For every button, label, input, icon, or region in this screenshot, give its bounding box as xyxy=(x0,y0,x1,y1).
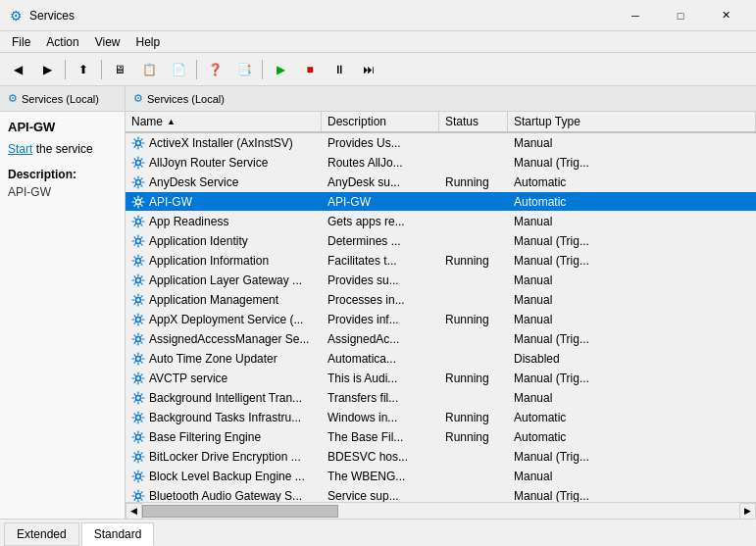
close-button[interactable]: ✕ xyxy=(703,0,748,31)
title-bar: ⚙ Services ─ □ ✕ xyxy=(0,0,756,31)
table-container: Name ▲ Description Status Startup Type A… xyxy=(126,112,756,519)
table-row[interactable]: Base Filtering EngineThe Base Fil...Runn… xyxy=(126,427,756,447)
table-body[interactable]: ActiveX Installer (AxInstSV)Provides Us.… xyxy=(126,133,756,502)
cell-name: App Readiness xyxy=(126,213,322,230)
toolbar-forward[interactable]: ▶ xyxy=(33,57,61,82)
svg-point-15 xyxy=(136,434,141,439)
table-row[interactable]: Background Tasks Infrastru...Windows in.… xyxy=(126,408,756,427)
toolbar-help[interactable]: ❓ xyxy=(201,57,228,82)
cell-startup: Manual (Trig... xyxy=(508,487,756,503)
svg-point-13 xyxy=(136,395,141,400)
cell-description: Provides Us... xyxy=(322,134,439,152)
column-description[interactable]: Description xyxy=(322,112,439,131)
table-row[interactable]: App ReadinessGets apps re...Manual xyxy=(126,212,756,231)
toolbar-export[interactable]: 📄 xyxy=(165,57,192,82)
svg-point-14 xyxy=(136,415,141,420)
row-gear-icon xyxy=(131,293,145,307)
cell-name-text: AllJoyn Router Service xyxy=(149,156,268,170)
toolbar-separator-2 xyxy=(101,60,102,79)
scroll-thumb[interactable] xyxy=(142,505,338,518)
sidebar-header-text: Services (Local) xyxy=(22,93,99,105)
svg-point-11 xyxy=(136,356,141,361)
scroll-track[interactable] xyxy=(142,503,739,519)
cell-name: Background Intelligent Tran... xyxy=(126,389,322,407)
cell-name: Application Identity xyxy=(126,232,322,250)
menu-action[interactable]: Action xyxy=(38,33,86,51)
horizontal-scrollbar[interactable]: ◀ ▶ xyxy=(126,502,756,519)
table-row[interactable]: AssignedAccessManager Se...AssignedAc...… xyxy=(126,329,756,349)
row-gear-icon xyxy=(131,254,145,268)
toolbar-up[interactable]: ⬆ xyxy=(70,57,97,82)
tab-extended[interactable]: Extended xyxy=(4,522,79,546)
sidebar-gear-icon: ⚙ xyxy=(8,92,18,105)
cell-name: Application Information xyxy=(126,252,322,270)
cell-description: The Base Fil... xyxy=(322,428,439,446)
services-panel-title: Services (Local) xyxy=(147,93,225,105)
svg-point-0 xyxy=(136,140,141,145)
sidebar-service-name: API-GW xyxy=(8,120,117,134)
bottom-tabs: Extended Standard xyxy=(0,519,756,546)
cell-startup: Manual (Trig... xyxy=(508,370,756,387)
sidebar-content: API-GW Start the service Description: AP… xyxy=(0,112,125,207)
svg-point-9 xyxy=(136,317,141,322)
table-header: Name ▲ Description Status Startup Type xyxy=(126,112,756,133)
app-icon: ⚙ xyxy=(8,8,24,24)
table-row[interactable]: AppX Deployment Service (...Provides inf… xyxy=(126,310,756,329)
row-gear-icon xyxy=(131,175,145,189)
table-row[interactable]: BitLocker Drive Encryption ...BDESVC hos… xyxy=(126,447,756,467)
cell-name: AVCTP service xyxy=(126,370,322,387)
cell-startup: Manual xyxy=(508,291,756,309)
cell-description: Facilitates t... xyxy=(322,252,439,270)
svg-point-8 xyxy=(136,297,141,302)
scroll-left-button[interactable]: ◀ xyxy=(126,503,142,520)
cell-startup: Automatic xyxy=(508,193,756,211)
table-row[interactable]: AVCTP serviceThis is Audi...RunningManua… xyxy=(126,369,756,388)
tab-standard[interactable]: Standard xyxy=(81,522,155,546)
menu-help[interactable]: Help xyxy=(128,33,169,51)
toolbar-properties[interactable]: 📋 xyxy=(135,57,163,82)
maximize-button[interactable]: □ xyxy=(658,0,703,31)
column-startup[interactable]: Startup Type xyxy=(508,112,756,131)
toolbar-options[interactable]: 📑 xyxy=(230,57,258,82)
cell-name: Background Tasks Infrastru... xyxy=(126,409,322,426)
toolbar-restart[interactable]: ⏭ xyxy=(355,57,382,82)
table-row[interactable]: AllJoyn Router ServiceRoutes AllJo...Man… xyxy=(126,153,756,173)
table-row[interactable]: Application ManagementProcesses in...Man… xyxy=(126,290,756,310)
table-row[interactable]: Application Layer Gateway ...Provides su… xyxy=(126,271,756,290)
scroll-right-button[interactable]: ▶ xyxy=(739,503,756,520)
menu-view[interactable]: View xyxy=(87,33,128,51)
column-name[interactable]: Name ▲ xyxy=(126,112,322,131)
cell-status xyxy=(439,278,508,282)
svg-point-10 xyxy=(136,336,141,341)
table-row[interactable]: AnyDesk ServiceAnyDesk su...RunningAutom… xyxy=(126,173,756,192)
cell-name: Bluetooth Audio Gateway S... xyxy=(126,487,322,503)
toolbar-play[interactable]: ▶ xyxy=(267,57,294,82)
table-row[interactable]: Application IdentityDetermines ...Manual… xyxy=(126,231,756,251)
column-status[interactable]: Status xyxy=(439,112,508,131)
table-row[interactable]: Block Level Backup Engine ...The WBENG..… xyxy=(126,467,756,486)
table-row[interactable]: ActiveX Installer (AxInstSV)Provides Us.… xyxy=(126,133,756,153)
cell-name: AssignedAccessManager Se... xyxy=(126,330,322,348)
svg-point-12 xyxy=(136,375,141,380)
table-row[interactable]: Application InformationFacilitates t...R… xyxy=(126,251,756,271)
table-row[interactable]: Background Intelligent Tran...Transfers … xyxy=(126,388,756,408)
toolbar-stop[interactable]: ■ xyxy=(296,57,324,82)
cell-startup: Automatic xyxy=(508,174,756,191)
cell-status: Running xyxy=(439,409,508,426)
cell-status: Running xyxy=(439,174,508,191)
table-row[interactable]: Bluetooth Audio Gateway S...Service sup.… xyxy=(126,486,756,502)
table-row[interactable]: Auto Time Zone UpdaterAutomatica...Disab… xyxy=(126,349,756,369)
toolbar-back[interactable]: ◀ xyxy=(4,57,31,82)
minimize-button[interactable]: ─ xyxy=(613,0,658,31)
cell-description: Provides inf... xyxy=(322,311,439,328)
cell-description: AssignedAc... xyxy=(322,330,439,348)
toolbar: ◀ ▶ ⬆ 🖥 📋 📄 ❓ 📑 ▶ ■ ⏸ ⏭ xyxy=(0,53,756,86)
sidebar-start-link[interactable]: Start xyxy=(8,142,32,156)
toolbar-show-hide[interactable]: 🖥 xyxy=(106,57,133,82)
menu-file[interactable]: File xyxy=(4,33,38,51)
col-status-label: Status xyxy=(445,115,479,128)
cell-name-text: ActiveX Installer (AxInstSV) xyxy=(149,136,293,150)
table-row[interactable]: API-GWAPI-GWAutomatic xyxy=(126,192,756,212)
cell-startup: Manual (Trig... xyxy=(508,448,756,466)
toolbar-pause[interactable]: ⏸ xyxy=(326,57,353,82)
